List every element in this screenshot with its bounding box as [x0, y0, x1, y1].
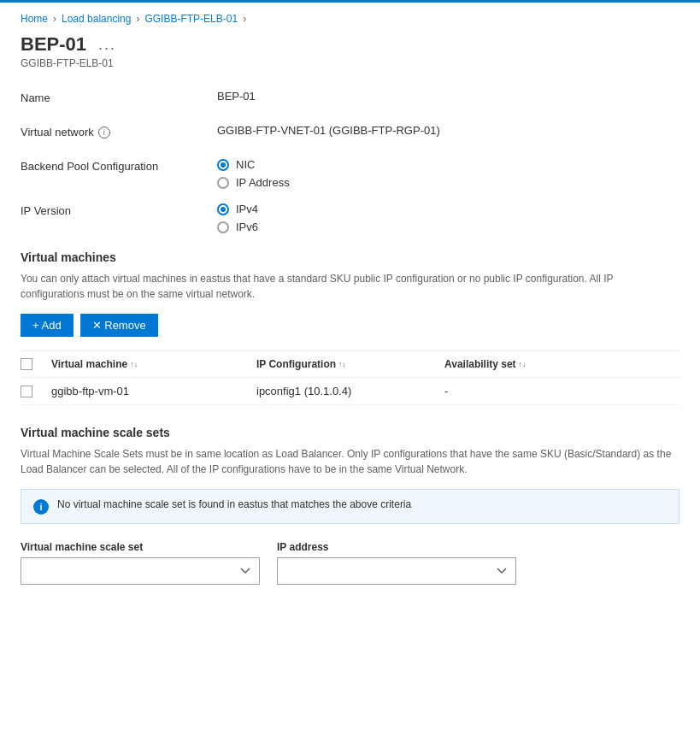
row-checkbox[interactable]: [21, 386, 32, 397]
vm-section-desc: You can only attach virtual machines in …: [21, 271, 679, 302]
vnet-value: GGIBB-FTP-VNET-01 (GGIBB-FTP-RGP-01): [217, 124, 679, 137]
vmss-info-text: No virtual machine scale set is found in…: [57, 498, 411, 510]
name-value: BEP-01: [217, 90, 679, 103]
select-all-checkbox[interactable]: [21, 358, 32, 370]
ip-config-sort-icon[interactable]: ↑↓: [338, 360, 346, 368]
breadcrumb-sep-3: ›: [243, 13, 246, 25]
vmss-section-desc: Virtual Machine Scale Sets must be in sa…: [21, 446, 679, 477]
nic-option[interactable]: NIC: [217, 158, 679, 171]
backend-pool-label: Backend Pool Configuration: [21, 158, 217, 173]
ipv6-radio[interactable]: [217, 221, 229, 233]
ip-version-label: IP Version: [21, 203, 217, 217]
backend-pool-options: NIC IP Address: [217, 158, 679, 189]
breadcrumb-sep-2: ›: [136, 13, 139, 25]
name-row: Name BEP-01: [21, 90, 679, 110]
name-label: Name: [21, 90, 217, 104]
ip-address-radio[interactable]: [217, 177, 229, 189]
vmss-dropdown-select[interactable]: [21, 557, 260, 585]
ip-version-row: IP Version IPv4 IPv6: [21, 203, 679, 233]
breadcrumb-load-balancing[interactable]: Load balancing: [62, 13, 131, 25]
breadcrumb-sep-1: ›: [53, 13, 56, 25]
add-button[interactable]: + Add: [21, 314, 74, 337]
breadcrumb-home[interactable]: Home: [21, 13, 48, 25]
ip-address-dropdown-group: IP address: [277, 541, 516, 585]
ipv4-label: IPv4: [236, 203, 258, 215]
vm-table: Virtual machine ↑↓ IP Configuration ↑↓ A…: [21, 350, 679, 405]
ip-address-dropdown-select[interactable]: [277, 557, 516, 585]
vm-col-header: Virtual machine ↑↓: [51, 358, 256, 370]
ip-address-option[interactable]: IP Address: [217, 176, 679, 189]
ip-config-cell: ipconfig1 (10.1.0.4): [256, 385, 444, 397]
table-header-row: Virtual machine ↑↓ IP Configuration ↑↓ A…: [21, 351, 679, 378]
form-section: Name BEP-01 Virtual network i GGIBB-FTP-…: [21, 90, 679, 233]
ipv6-label: IPv6: [236, 221, 258, 233]
availability-sort-icon[interactable]: ↑↓: [519, 360, 526, 368]
vm-sort-icon[interactable]: ↑↓: [130, 360, 138, 368]
row-checkbox-cell: [21, 386, 51, 397]
page-title: BEP-01: [21, 33, 86, 56]
remove-button[interactable]: ✕ Remove: [80, 314, 158, 337]
page-subtitle: GGIBB-FTP-ELB-01: [21, 57, 679, 69]
vm-section-title: Virtual machines: [21, 250, 679, 264]
availability-col-header: Availability set ↑↓: [444, 358, 679, 370]
ipv4-radio[interactable]: [217, 203, 229, 215]
ip-config-col-header: IP Configuration ↑↓: [256, 358, 444, 370]
vm-name-cell: ggibb-ftp-vm-01: [51, 385, 256, 397]
availability-set-cell: -: [444, 385, 679, 397]
checkbox-header-cell: [21, 358, 51, 370]
ip-version-options: IPv4 IPv6: [217, 203, 679, 233]
breadcrumb: Home › Load balancing › GGIBB-FTP-ELB-01…: [21, 13, 679, 25]
ip-address-label: IP Address: [236, 176, 290, 189]
nic-radio[interactable]: [217, 159, 229, 171]
backend-pool-row: Backend Pool Configuration NIC IP Addres…: [21, 158, 679, 189]
vnet-info-icon[interactable]: i: [98, 127, 110, 138]
breadcrumb-elb[interactable]: GGIBB-FTP-ELB-01: [144, 13, 238, 25]
ipv4-option[interactable]: IPv4: [217, 203, 679, 215]
vnet-row: Virtual network i GGIBB-FTP-VNET-01 (GGI…: [21, 124, 679, 144]
vmss-dropdowns: Virtual machine scale set IP address: [21, 541, 679, 585]
vmss-dropdown-label: Virtual machine scale set: [21, 541, 260, 553]
nic-label: NIC: [236, 158, 255, 171]
ip-address-dropdown-label: IP address: [277, 541, 516, 553]
ipv6-option[interactable]: IPv6: [217, 221, 679, 233]
table-row: ggibb-ftp-vm-01 ipconfig1 (10.1.0.4) -: [21, 378, 679, 405]
vmss-info-box: i No virtual machine scale set is found …: [21, 489, 679, 524]
ellipsis-button[interactable]: ...: [95, 36, 120, 54]
vm-buttons: + Add ✕ Remove: [21, 314, 679, 337]
info-circle-icon: i: [33, 499, 49, 515]
vnet-label: Virtual network i: [21, 124, 217, 138]
vmss-section-title: Virtual machine scale sets: [21, 426, 679, 439]
vmss-dropdown-group: Virtual machine scale set: [21, 541, 260, 585]
